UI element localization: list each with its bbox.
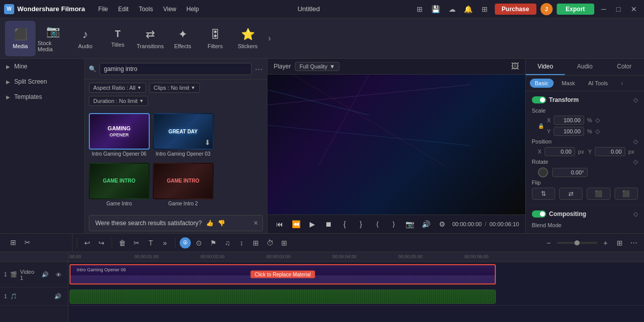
mark-in-button[interactable]: { [338, 218, 351, 230]
marker-button[interactable]: ⚑ [207, 237, 219, 249]
timeline-settings-button[interactable]: ⋯ [628, 237, 640, 249]
rotate-dial[interactable] [538, 167, 548, 177]
audio-clip[interactable] [70, 290, 496, 304]
menu-view[interactable]: View [158, 4, 181, 15]
layout-button[interactable]: ⊞ [278, 237, 290, 249]
toolbar-more-button[interactable]: › [265, 33, 274, 44]
zoom-slider[interactable] [557, 242, 597, 244]
tab-audio[interactable]: Audio [565, 59, 604, 75]
media-thumbnail-2[interactable]: GREAT DAY ⬇ [153, 113, 214, 150]
replace-material-tooltip[interactable]: Click to Replace Material [251, 271, 315, 278]
search-more-icon[interactable]: ⋯ [255, 64, 263, 74]
sidebar-item-split-screen[interactable]: ▶ Split Screen [0, 74, 84, 89]
video-clip[interactable]: Intro Gaming Opener 06 Click to Replace … [70, 264, 496, 284]
sub-tab-basic[interactable]: Basic [530, 79, 554, 88]
position-keyframe-icon[interactable]: ◇ [633, 138, 638, 145]
maximize-button[interactable]: □ [614, 5, 624, 13]
rotate-keyframe-icon[interactable]: ◇ [633, 158, 638, 165]
sub-tab-more[interactable]: › [616, 79, 628, 88]
scale-x-input[interactable] [554, 116, 584, 125]
toolbar-stickers[interactable]: ⭐ Stickers [232, 21, 263, 56]
sub-tab-ai-tools[interactable]: AI Tools [583, 79, 613, 88]
position-y-input[interactable] [595, 147, 625, 156]
split-button[interactable]: ✂ [21, 236, 33, 248]
window-icon2[interactable]: 💾 [430, 3, 442, 15]
toolbar-titles[interactable]: T Titles [103, 21, 133, 56]
zoom-out-button[interactable]: − [543, 237, 555, 249]
speed-button[interactable]: ⏱ [264, 237, 276, 249]
media-thumbnail-1[interactable]: GAMINGOPENER [89, 113, 150, 150]
snap-button[interactable]: ⦿ [180, 237, 191, 248]
more-tools-button[interactable]: » [159, 237, 171, 249]
flip-mirror-button[interactable]: ⬛ [615, 188, 638, 200]
aspect-ratio-filter[interactable]: Aspect Ratio : All ▼ [89, 83, 146, 93]
list-item[interactable]: GAME INTRO Game Intro 2 [153, 163, 214, 209]
zoom-in-button[interactable]: + [599, 237, 612, 249]
search-input[interactable] [99, 63, 252, 75]
add-track-button[interactable]: ⊞ [7, 236, 19, 248]
toolbar-stock-media[interactable]: 📷 Stock Media [38, 21, 68, 56]
ripple-button[interactable]: ⊙ [193, 237, 205, 249]
scale-y-keyframe-icon[interactable]: ◇ [595, 128, 600, 135]
toolbar-effects[interactable]: ✦ Effects [167, 21, 198, 56]
menu-tools[interactable]: Tools [133, 4, 158, 15]
media-thumbnail-4[interactable]: GAME INTRO [153, 163, 214, 199]
settings-ctrl-button[interactable]: ⚙ [436, 218, 448, 230]
undo-button[interactable]: ↩ [81, 237, 93, 249]
thumbs-down-icon[interactable]: 👎 [218, 220, 225, 227]
compositing-toggle[interactable] [532, 210, 546, 218]
window-icon5[interactable]: ⊞ [479, 3, 491, 15]
duration-filter[interactable]: Duration : No limit ▼ [89, 96, 148, 106]
scale-y-input[interactable] [554, 127, 584, 136]
tab-video[interactable]: Video [526, 59, 565, 75]
toolbar-audio[interactable]: ♪ Audio [70, 21, 100, 56]
flip-horizontal-button[interactable]: ⇄ [559, 188, 583, 200]
transform-keyframe-icon[interactable]: ◇ [633, 96, 638, 103]
window-icon1[interactable]: ⊞ [414, 3, 426, 15]
window-icon3[interactable]: ☁ [446, 3, 458, 15]
user-avatar[interactable]: J [540, 3, 553, 15]
zoom-handle[interactable] [574, 240, 580, 245]
thumbs-up-icon[interactable]: 👍 [206, 220, 214, 227]
toolbar-media[interactable]: ⬛ Media [5, 21, 36, 56]
compositing-keyframe-icon[interactable]: ◇ [633, 210, 638, 218]
delete-button[interactable]: 🗑 [116, 237, 128, 249]
compound-button[interactable]: ⊞ [250, 237, 262, 249]
flip-copy-button[interactable]: ⬛ [587, 188, 610, 200]
sub-tab-mask[interactable]: Mask [557, 79, 580, 88]
feedback-close-button[interactable]: ✕ [253, 220, 258, 227]
redo-button[interactable]: ↪ [95, 237, 108, 249]
toolbar-filters[interactable]: 🎛 Filters [200, 21, 230, 56]
list-item[interactable]: GAME INTRO Game Intro [89, 163, 150, 209]
scale-x-keyframe-icon[interactable]: ◇ [595, 117, 600, 124]
frame-back-button[interactable]: ⏪ [290, 218, 302, 230]
track-eye-icon[interactable]: 👁 [53, 269, 64, 281]
track-volume-icon[interactable]: 🔊 [40, 269, 50, 281]
transform-toggle[interactable] [532, 96, 546, 103]
rotate-input[interactable] [552, 168, 588, 177]
export-button[interactable]: Export [557, 4, 594, 15]
quality-select[interactable]: Full Quality ▼ [295, 62, 340, 71]
cut-button[interactable]: ✂ [130, 237, 143, 249]
track-audio-volume-icon[interactable]: 🔊 [52, 291, 64, 303]
menu-file[interactable]: File [93, 4, 113, 15]
close-button[interactable]: ✕ [628, 5, 640, 13]
list-item[interactable]: GREAT DAY ⬇ Intro Gaming Opener 03 [153, 113, 214, 160]
toolbar-transitions[interactable]: ⇄ Transitions [135, 21, 165, 56]
list-item[interactable]: GAMINGOPENER Intro Gaming Opener 06 [89, 113, 150, 160]
text-button[interactable]: T [145, 237, 157, 249]
position-x-input[interactable] [545, 147, 575, 156]
sidebar-item-mine[interactable]: ▶ Mine [0, 59, 84, 74]
minimize-button[interactable]: ─ [598, 5, 609, 13]
grid-view-button[interactable]: ⊞ [614, 237, 626, 249]
sidebar-item-templates[interactable]: ▶ Templates [0, 89, 84, 104]
split-audio-button[interactable]: ↕ [235, 237, 248, 249]
mark-out-button[interactable]: } [355, 218, 367, 230]
next-mark-button[interactable]: ⟩ [387, 218, 399, 230]
audio-stretch-button[interactable]: ♫ [221, 237, 233, 249]
menu-edit[interactable]: Edit [113, 4, 134, 15]
window-icon4[interactable]: 🔔 [462, 3, 474, 15]
snapshot-ctrl-button[interactable]: 📷 [403, 218, 416, 230]
previous-mark-button[interactable]: ⟨ [371, 218, 383, 230]
media-thumbnail-3[interactable]: GAME INTRO [89, 163, 150, 199]
